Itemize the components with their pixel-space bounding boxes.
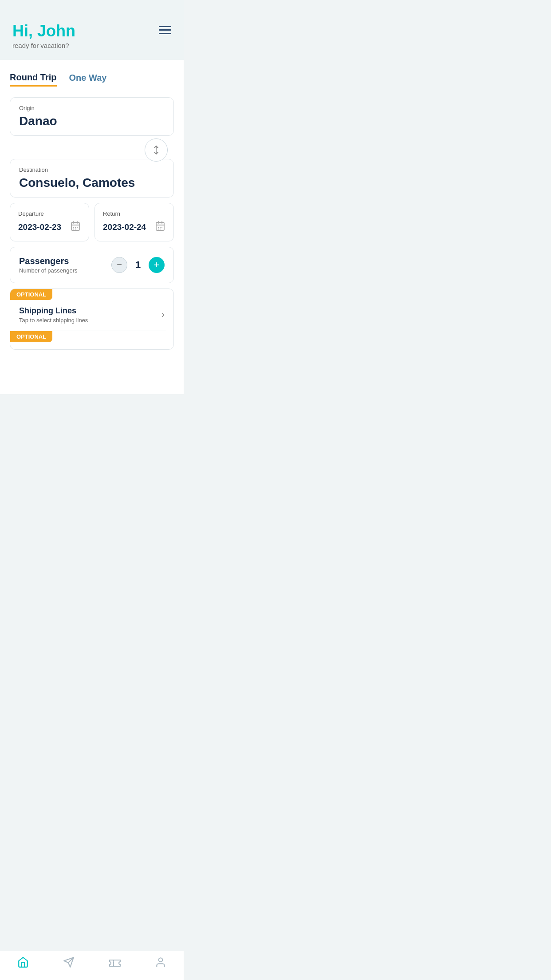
svg-rect-7 (75, 227, 76, 228)
tab-one-way[interactable]: One Way (69, 72, 107, 87)
shipping-lines-item[interactable]: Shipping Lines Tap to select shipping li… (10, 300, 173, 331)
origin-value: Danao (19, 114, 165, 128)
passengers-info: Passengers Number of passengers (19, 256, 78, 274)
main-content: Round Trip One Way Origin Danao Destinat… (0, 60, 184, 394)
date-row: Departure 2023-02-23 (10, 203, 174, 241)
optional-badge-2: OPTIONAL (10, 331, 52, 342)
passengers-label: Passengers (19, 256, 78, 266)
svg-rect-19 (160, 229, 161, 229)
optional-badge-1: OPTIONAL (10, 289, 52, 300)
shipping-lines-subtitle: Tap to select shipping lines (19, 317, 88, 324)
subtitle: ready for vacation? (12, 42, 75, 49)
return-label: Return (103, 210, 165, 217)
svg-rect-8 (77, 227, 78, 228)
departure-calendar-icon (70, 221, 81, 234)
chevron-right-icon: › (161, 309, 165, 320)
svg-rect-17 (161, 227, 162, 228)
return-value-row: 2023-02-24 (103, 221, 165, 234)
passengers-sublabel: Number of passengers (19, 267, 78, 274)
return-card[interactable]: Return 2023-02-24 (94, 203, 174, 241)
header-text: Hi, John ready for vacation? (12, 22, 75, 49)
shipping-lines-title: Shipping Lines (19, 306, 88, 316)
departure-value: 2023-02-23 (18, 222, 61, 232)
passenger-count: 1 (134, 259, 142, 271)
departure-value-row: 2023-02-23 (18, 221, 81, 234)
svg-rect-6 (73, 227, 74, 228)
decrease-passengers-button[interactable]: − (111, 257, 127, 273)
svg-rect-15 (158, 227, 159, 228)
svg-rect-16 (160, 227, 161, 228)
shipping-lines-info: Shipping Lines Tap to select shipping li… (19, 306, 88, 324)
return-calendar-icon (155, 221, 165, 234)
svg-rect-18 (158, 229, 159, 229)
greeting: Hi, John (12, 22, 75, 40)
destination-label: Destination (19, 166, 165, 173)
departure-card[interactable]: Departure 2023-02-23 (10, 203, 89, 241)
menu-button[interactable] (159, 26, 171, 34)
origin-label: Origin (19, 105, 165, 111)
trip-tabs: Round Trip One Way (10, 72, 174, 87)
svg-rect-9 (73, 229, 74, 229)
swap-button[interactable] (145, 138, 168, 162)
svg-rect-10 (75, 229, 76, 229)
header: Hi, John ready for vacation? (0, 0, 184, 60)
departure-label: Departure (18, 210, 81, 217)
return-value: 2023-02-24 (103, 222, 146, 232)
destination-card[interactable]: Destination Consuelo, Camotes (10, 159, 174, 198)
passengers-control: − 1 + (111, 257, 165, 273)
increase-passengers-button[interactable]: + (149, 257, 165, 273)
shipping-lines-section: OPTIONAL Shipping Lines Tap to select sh… (10, 288, 174, 350)
swap-icon (151, 145, 161, 155)
tab-round-trip[interactable]: Round Trip (10, 72, 57, 87)
passengers-card: Passengers Number of passengers − 1 + (10, 247, 174, 283)
origin-card[interactable]: Origin Danao (10, 97, 174, 136)
swap-button-wrapper (10, 138, 174, 162)
destination-value: Consuelo, Camotes (19, 176, 165, 190)
